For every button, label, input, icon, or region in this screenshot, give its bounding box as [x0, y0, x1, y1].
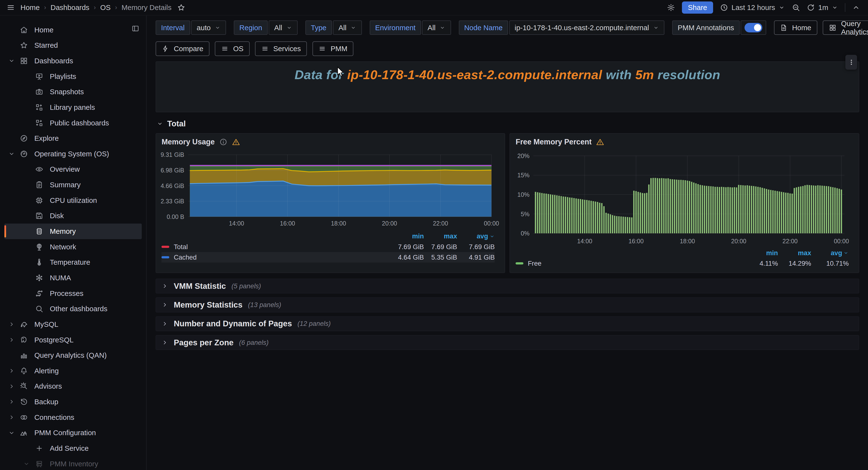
sidebar-item-pmm-configuration[interactable]: PMM Configuration: [4, 425, 142, 441]
legend-series-toggle[interactable]: Total: [161, 243, 391, 251]
chevron-right-icon[interactable]: [4, 414, 19, 420]
sidebar-item-temperature[interactable]: Temperature: [4, 255, 142, 270]
sidebar-item-memory[interactable]: Memory: [4, 224, 142, 239]
section-pages-per-zone[interactable]: Pages per Zone(6 panels): [156, 335, 859, 350]
pmm-button[interactable]: PMM: [312, 41, 353, 56]
legend-series-toggle[interactable]: Free: [516, 260, 745, 268]
chevron-down-icon[interactable]: [19, 461, 34, 467]
filter-value: auto: [197, 24, 211, 32]
postgresql-icon: [19, 336, 29, 344]
legend-column-label: avg: [831, 249, 842, 257]
svg-text:20:00: 20:00: [382, 220, 397, 227]
memory-usage-chart[interactable]: 0.00 B2.33 GiB4.66 GiB6.98 GiB9.31 GiB14…: [156, 148, 505, 231]
filter-label[interactable]: Region: [234, 21, 268, 35]
sidebar-item-backup[interactable]: Backup: [4, 394, 142, 410]
legend-sort-min[interactable]: min: [391, 232, 424, 240]
sidebar-item-label: Library panels: [50, 103, 95, 112]
filter-label[interactable]: Environment: [370, 21, 421, 35]
legend-sort-max[interactable]: max: [424, 232, 457, 240]
chevron-right-icon[interactable]: [4, 383, 19, 389]
sidebar-item-label: Connections: [34, 413, 74, 421]
compare-button[interactable]: Compare: [156, 41, 210, 56]
sidebar-item-connections[interactable]: Connections: [4, 410, 142, 425]
info-icon[interactable]: [219, 138, 227, 146]
filter-label[interactable]: Node Name: [459, 21, 508, 35]
sidebar-item-explore[interactable]: Explore: [4, 130, 142, 146]
panel-menu-icon[interactable]: [845, 55, 857, 70]
time-range-picker[interactable]: Last 12 hours: [720, 3, 785, 12]
sidebar-item-advisors[interactable]: Advisors: [4, 379, 142, 394]
chevron-right-icon[interactable]: [4, 337, 19, 343]
panel-title[interactable]: Memory Usage: [161, 137, 215, 146]
services-button[interactable]: Services: [255, 41, 307, 56]
section-number-and-dynamic-of-pages[interactable]: Number and Dynamic of Pages(12 panels): [156, 316, 859, 331]
query-analytics-button[interactable]: Query Analytics: [823, 21, 868, 35]
svg-text:18:00: 18:00: [680, 238, 695, 245]
sidebar-item-summary[interactable]: Summary: [4, 177, 142, 193]
sidebar-item-snapshots[interactable]: Snapshots: [4, 84, 142, 100]
sidebar-item-numa[interactable]: NUMA: [4, 270, 142, 286]
chevron-right-icon[interactable]: [4, 321, 19, 327]
section-memory-statistics[interactable]: Memory Statistics(13 panels): [156, 297, 859, 312]
os-button[interactable]: OS: [215, 41, 249, 56]
compass-icon: [19, 134, 29, 143]
sidebar-item-disk[interactable]: Disk: [4, 208, 142, 224]
panel-title[interactable]: Free Memory Percent: [516, 137, 592, 146]
filter-value-dropdown[interactable]: All: [269, 21, 298, 35]
chevron-down-icon[interactable]: [4, 430, 19, 436]
filter-value-dropdown[interactable]: ip-10-178-1-40.us-east-2.compute.interna…: [509, 21, 664, 35]
star-icon[interactable]: [177, 3, 185, 12]
sidebar-item-add-service[interactable]: Add Service: [4, 441, 142, 456]
sidebar-item-network[interactable]: Network: [4, 239, 142, 255]
chevron-down-icon[interactable]: [4, 58, 19, 64]
breadcrumb-item-os[interactable]: OS: [100, 3, 111, 12]
gear-icon[interactable]: [667, 3, 675, 12]
filter-value-dropdown[interactable]: auto: [191, 21, 226, 35]
sidebar-item-query-analytics-qan[interactable]: Query Analytics (QAN): [4, 347, 142, 363]
menu-icon[interactable]: [7, 3, 15, 12]
section-total[interactable]: Total: [156, 112, 859, 133]
breadcrumb-item-memory-details[interactable]: Memory Details: [122, 3, 172, 12]
sidebar-item-operating-system-os[interactable]: Operating System (OS): [4, 146, 142, 162]
sidebar-item-library-panels[interactable]: Library panels: [4, 100, 142, 115]
home-button[interactable]: Home: [774, 21, 817, 35]
share-button[interactable]: Share: [682, 1, 713, 13]
free-memory-percent-chart[interactable]: 0%5%10%15%20%14:0016:0018:0020:0022:0000…: [510, 148, 859, 248]
section-vmm-statistic[interactable]: VMM Statistic(5 panels): [156, 279, 859, 293]
legend-series-toggle[interactable]: Cached: [161, 253, 391, 261]
sidebar-item-postgresql[interactable]: PostgreSQL: [4, 332, 142, 348]
sidebar-item-mysql[interactable]: MySQL: [4, 317, 142, 332]
chevron-up-icon[interactable]: [852, 3, 860, 12]
filter-label[interactable]: Interval: [156, 21, 190, 35]
legend-sort-avg[interactable]: avg: [457, 232, 495, 240]
zoom-out-icon[interactable]: [792, 3, 800, 12]
sidebar-item-pmm-inventory[interactable]: PMM Inventory: [4, 456, 142, 470]
sidebar-item-alerting[interactable]: Alerting: [4, 363, 142, 379]
legend-sort-avg[interactable]: avg: [811, 249, 849, 257]
dock-sidebar-icon[interactable]: [131, 24, 140, 33]
sidebar-item-cpu-utilization[interactable]: CPU utilization: [4, 193, 142, 208]
filter-value-dropdown[interactable]: All: [333, 21, 362, 35]
warning-icon[interactable]: [596, 138, 604, 146]
sidebar-item-playlists[interactable]: Playlists: [4, 69, 142, 84]
breadcrumb-item-home[interactable]: Home: [21, 3, 40, 12]
pmm-annotations-toggle[interactable]: [741, 21, 766, 35]
sidebar-item-overview[interactable]: Overview: [4, 162, 142, 177]
filter-label[interactable]: Type: [305, 21, 332, 35]
legend-sort-max[interactable]: max: [778, 249, 811, 257]
breadcrumb-item-dashboards[interactable]: Dashboards: [51, 3, 89, 12]
legend-sort-min[interactable]: min: [745, 249, 778, 257]
refresh-picker[interactable]: 1m: [807, 3, 838, 12]
filter-value-dropdown[interactable]: All: [422, 21, 451, 35]
sidebar-item-public-dashboards[interactable]: Public dashboards: [4, 115, 142, 131]
sidebar-item-starred[interactable]: Starred: [4, 38, 142, 53]
chevron-right-icon[interactable]: [4, 398, 19, 405]
sidebar-item-home[interactable]: Home: [4, 22, 142, 38]
chevron-down-icon[interactable]: [4, 151, 19, 157]
sidebar-item-dashboards[interactable]: Dashboards: [4, 53, 142, 69]
warning-icon[interactable]: [232, 138, 240, 146]
chevron-right-icon[interactable]: [4, 368, 19, 374]
sidebar-item-other-dashboards[interactable]: Other dashboards: [4, 301, 142, 317]
chevron-down-icon: [832, 4, 838, 11]
sidebar-item-processes[interactable]: Processes: [4, 286, 142, 301]
